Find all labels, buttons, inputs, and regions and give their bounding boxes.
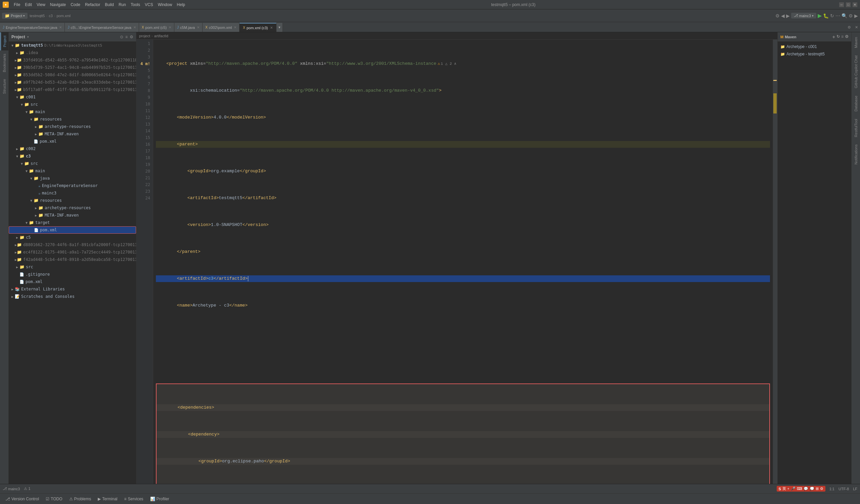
tree-idea[interactable]: ▶ 📁 .idea [9, 49, 136, 56]
project-selector[interactable]: 📁 Project ▾ [2, 13, 28, 19]
tree-c001-src[interactable]: ▼ 📁 src [9, 101, 136, 108]
tree-c001-archetype[interactable]: ▶ 📁 archetype-resources [9, 123, 136, 130]
menu-help[interactable]: Help [174, 2, 187, 8]
right-tab-database[interactable]: Database [852, 92, 860, 115]
tree-hash1[interactable]: ▶ 📁 33fd4916-d542-4b55-9762-a79549e1462-… [9, 56, 136, 64]
forward-icon[interactable]: ▶ [786, 13, 790, 18]
nav-right-btn[interactable]: ▶ [854, 13, 858, 18]
menu-run[interactable]: Run [116, 2, 128, 8]
tree-c3-metainf[interactable]: ▶ 📁 META-INF.maven [9, 211, 136, 219]
menu-navigate[interactable]: Navigate [48, 2, 68, 8]
tree-root-pom[interactable]: 📄 pom.xml [9, 278, 136, 285]
menu-code[interactable]: Code [68, 2, 83, 8]
tree-c3-resources[interactable]: ▼ 📁 resources [9, 197, 136, 204]
sidebar-gear-icon[interactable]: ⚙ [130, 34, 133, 39]
scroll-bar-right[interactable] [773, 40, 777, 484]
tree-c3-java[interactable]: ▼ 📁 java [9, 175, 136, 182]
menu-tools[interactable]: Tools [128, 2, 142, 8]
tab-close-6[interactable]: ✕ [270, 26, 273, 30]
tab-close-3[interactable]: ✕ [169, 26, 171, 29]
menu-view[interactable]: View [34, 2, 48, 8]
right-tab-github[interactable]: GitHub Copilot Chat [852, 52, 860, 92]
tree-hash2[interactable]: ▶ 📁 39b5d739-5257-4ac1-94c8-eeb44997b525… [9, 64, 136, 71]
warnings-status[interactable]: ⚠ 1 [24, 487, 30, 491]
right-tab-maven[interactable]: Maven [852, 33, 860, 51]
maven-refresh-btn[interactable]: ↻ [836, 34, 840, 40]
tree-c001-pom[interactable]: 📄 pom.xml [9, 138, 136, 145]
minimize-btn[interactable]: ─ [839, 2, 844, 7]
tab-close-1[interactable]: ✕ [59, 26, 62, 29]
search-btn[interactable]: 🔍 [842, 13, 847, 18]
bottom-tab-services[interactable]: ≡ Services [121, 493, 146, 504]
refresh-btn[interactable]: ↻ [830, 13, 834, 18]
breadcrumb-item-artifactid[interactable]: artifactId [154, 34, 168, 38]
settings-btn[interactable]: ⚙ [849, 13, 853, 18]
grid-icon[interactable]: ⊞ [816, 487, 819, 491]
tree-c001-resources[interactable]: ▼ 📁 resources [9, 116, 136, 123]
menu-refactor[interactable]: Refactor [83, 2, 102, 8]
keyboard-icon[interactable]: ⌨ [797, 487, 802, 491]
right-tab-notifications[interactable]: Notifications [852, 141, 860, 168]
encoding-status[interactable]: UTF-8 [838, 487, 849, 491]
tab-more[interactable]: ▾ [276, 23, 283, 32]
tree-c3-archetype[interactable]: ▶ 📁 archetype-resources [9, 204, 136, 211]
tree-gitignore[interactable]: 📄 .gitignore [9, 271, 136, 278]
bottom-tab-vcs[interactable]: ⎇ Version Control [3, 493, 42, 504]
line-ending-status[interactable]: LF [853, 487, 857, 491]
maven-settings-btn[interactable]: ⚙ [845, 34, 849, 40]
tree-engine-sensor[interactable]: ☕ EngineTemperatureSensor [9, 182, 136, 189]
back-icon[interactable]: ◀ [781, 13, 785, 18]
tab-pom-c5[interactable]: X pom.xml (c5) ✕ [139, 23, 174, 32]
more-btn[interactable]: ⋯ [835, 13, 840, 18]
tab-c5m-java[interactable]: J c5M.java ✕ [174, 23, 203, 32]
maven-item-testmqtt5[interactable]: 📁 Archetype - testmqtt5 [779, 50, 850, 58]
sync-icon[interactable]: ⚙ [775, 13, 780, 18]
tab-engine-sensor[interactable]: J EngineTemperatureSensor.java ✕ [0, 23, 65, 32]
bottom-tab-problems[interactable]: ⚠ Problems [67, 493, 94, 504]
tab-bar-close[interactable]: ✕ [853, 23, 860, 32]
tree-hash4[interactable]: ▶ 📁 a9f7b24d-bd53-42ab-8d28-a3eac833debe… [9, 78, 136, 86]
tree-pom-selected[interactable]: 📄 pom.xml [9, 226, 136, 234]
breadcrumb-item-project[interactable]: project [139, 34, 150, 38]
menu-file[interactable]: File [11, 2, 23, 8]
mic-icon[interactable]: 🎤 [791, 487, 796, 491]
chat-icon[interactable]: 💭 [809, 487, 814, 491]
tree-scratches[interactable]: ▶ 📝 Scratches and Consoles [9, 293, 136, 300]
bottom-tab-profiler[interactable]: 📊 Profiler [147, 493, 172, 504]
tab-pom-c3-active[interactable]: X pom.xml (c3) ✕ [240, 23, 276, 32]
bottom-tab-terminal[interactable]: ▶ Terminal [95, 493, 120, 504]
maven-item-c001[interactable]: 📁 Archetype - c001 [779, 43, 850, 50]
tab-engine-sensor-c5[interactable]: J c5\...\EngineTemperatureSensor.java ✕ [65, 23, 139, 32]
tab-close-5[interactable]: ✕ [234, 26, 236, 29]
tree-root[interactable]: ▼ 📁 testmqtt5 D:\finWorkspace3\testmqtt5 [9, 42, 136, 49]
line-col-status[interactable]: 1:1 [829, 487, 834, 491]
tree-hash8[interactable]: ▶ 📁 f42ad448-5cb4-44f8-8918-a2d58eabca58… [9, 256, 136, 263]
tree-hash5[interactable]: ▶ 📁 b5f17a0f-e0bf-41ff-9a58-65bfb99112f8… [9, 86, 136, 93]
tree-external-libs[interactable]: ▶ 📚 External Libraries [9, 285, 136, 293]
code-editor[interactable]: <project xmlns="http://maven.apache.org/… [153, 40, 773, 484]
menu-build[interactable]: Build [102, 2, 116, 8]
maven-collapse-btn[interactable]: ≡ [841, 34, 844, 40]
bottom-tab-todo[interactable]: ☑ TODO [43, 493, 65, 504]
tab-bar-settings[interactable]: ⚙ [846, 23, 853, 32]
maven-add-btn[interactable]: + [832, 34, 835, 40]
branch-selector[interactable]: ⎇ mainc3 ▾ [791, 13, 816, 18]
tree-mainc3[interactable]: ☕ mainc3 [9, 189, 136, 197]
tab-close-2[interactable]: ✕ [133, 26, 136, 29]
run-btn[interactable]: ▶ [818, 12, 822, 19]
tab-c002-pom[interactable]: X c002\pom.xml ✕ [203, 23, 240, 32]
menu-vcs[interactable]: VCS [142, 2, 156, 8]
tree-hash3[interactable]: ▶ 📁 853dd5b2-508d-47e2-8d1f-8d00665e0264… [9, 71, 136, 78]
settings-icon-csdn[interactable]: ⚙ [820, 487, 823, 491]
tab-close-4[interactable]: ✕ [197, 26, 200, 29]
left-tab-structure[interactable]: Structure [1, 76, 8, 98]
right-tab-restful[interactable]: RestfulTool [852, 116, 860, 140]
tree-c002[interactable]: ▶ 📁 c002 [9, 145, 136, 152]
tree-c001-metainf[interactable]: ▶ 📁 META-INF.maven [9, 130, 136, 138]
left-tab-project[interactable]: Project [0, 32, 9, 50]
tree-c001[interactable]: ▼ 📁 c001 [9, 93, 136, 101]
tree-c3[interactable]: ▼ 📁 c3 [9, 152, 136, 160]
left-tab-bookmarks[interactable]: Bookmarks [1, 50, 8, 76]
tree-c5[interactable]: ▶ 📁 c5 [9, 234, 136, 241]
debug-btn[interactable]: 🐛 [823, 13, 829, 18]
